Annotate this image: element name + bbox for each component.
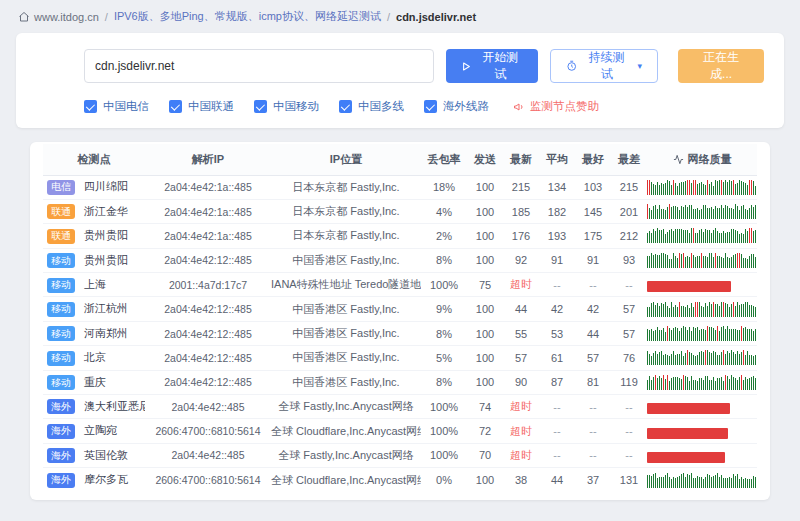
- worst-latency: --: [611, 273, 647, 297]
- worst-latency: 76: [611, 346, 647, 370]
- latest-latency: 超时: [503, 273, 539, 297]
- resolved-ip: 2a04:4e42:12::485: [145, 346, 271, 370]
- node-name: 浙江金华: [84, 205, 128, 217]
- loss-rate: 8%: [421, 321, 467, 345]
- carrier-filter-checkbox[interactable]: 中国移动: [254, 99, 319, 114]
- best-latency: --: [575, 419, 611, 443]
- loss-rate: 100%: [421, 419, 467, 443]
- carrier-filter-checkbox[interactable]: 中国多线: [339, 99, 404, 114]
- header-node[interactable]: 检测点: [43, 144, 145, 175]
- sent-count: 100: [467, 468, 503, 492]
- ip-location: 全球 Fastly,Inc.Anycast网络: [271, 395, 421, 419]
- header-resolved-ip[interactable]: 解析IP: [145, 144, 271, 175]
- table-body: 电信四川绵阳 2a04:4e42:1a::485 日本东京都 Fastly,In…: [43, 175, 757, 492]
- network-quality-sparkline: [647, 448, 757, 463]
- table-row: 电信四川绵阳 2a04:4e42:1a::485 日本东京都 Fastly,In…: [43, 175, 757, 199]
- breadcrumb-section-link[interactable]: IPV6版、多地Ping、常规版、icmp协议、网络延迟测试: [114, 9, 381, 24]
- chevron-down-icon: ▾: [638, 61, 643, 71]
- megaphone-icon: [513, 101, 525, 113]
- avg-latency: 193: [539, 224, 575, 248]
- header-worst[interactable]: 最差: [611, 144, 647, 175]
- carrier-filter-label: 中国移动: [273, 99, 319, 114]
- resolved-ip: 2a04:4e42:1a::485: [145, 199, 271, 223]
- loss-rate: 0%: [421, 468, 467, 492]
- carrier-badge: 海外: [47, 448, 75, 463]
- header-ip-location[interactable]: IP位置: [271, 144, 421, 175]
- loss-rate: 4%: [421, 199, 467, 223]
- ping-results-table: 检测点 解析IP IP位置 丢包率 发送 最新 平均 最好 最差 网络质量 电信: [43, 144, 757, 492]
- carrier-badge: 移动: [47, 326, 75, 341]
- checkbox-checked-icon: [84, 100, 97, 113]
- network-quality-sparkline: [647, 326, 757, 341]
- carrier-badge: 移动: [47, 351, 75, 366]
- sponsor-label: 监测节点赞助: [530, 99, 599, 114]
- carrier-badge: 联通: [47, 204, 75, 219]
- node-name: 浙江杭州: [84, 302, 128, 314]
- breadcrumb-home-link[interactable]: www.itdog.cn: [18, 11, 99, 23]
- avg-latency: 87: [539, 370, 575, 394]
- continuous-test-button[interactable]: 持续测试 ▾: [550, 49, 658, 83]
- header-best[interactable]: 最好: [575, 144, 611, 175]
- table-row: 海外摩尔多瓦 2606:4700::6810:5614 全球 Cloudflar…: [43, 468, 757, 492]
- loss-rate: 18%: [421, 175, 467, 199]
- breadcrumb: www.itdog.cn / IPV6版、多地Ping、常规版、icmp协议、网…: [0, 0, 800, 24]
- ip-location: 全球 Cloudflare,Inc.Anycast网络: [271, 468, 421, 492]
- carrier-badge: 移动: [47, 302, 75, 317]
- avg-latency: --: [539, 443, 575, 467]
- node-name: 英国伦敦: [84, 449, 128, 461]
- timer-icon: [566, 60, 577, 72]
- best-latency: --: [575, 443, 611, 467]
- best-latency: 44: [575, 321, 611, 345]
- sponsor-link[interactable]: 监测节点赞助: [513, 99, 599, 114]
- ip-location: 全球 Fastly,Inc.Anycast网络: [271, 443, 421, 467]
- node-name: 贵州贵阳: [84, 229, 128, 241]
- carrier-badge: 海外: [47, 399, 75, 414]
- header-loss-rate[interactable]: 丢包率: [421, 144, 467, 175]
- worst-latency: 212: [611, 224, 647, 248]
- home-icon: [18, 11, 30, 23]
- sent-count: 100: [467, 321, 503, 345]
- network-quality-sparkline: [647, 253, 757, 268]
- table-row: 移动贵州贵阳 2a04:4e42:12::485 中国香港区 Fastly,In…: [43, 248, 757, 272]
- checkbox-checked-icon: [339, 100, 352, 113]
- network-quality-sparkline: [647, 277, 757, 292]
- header-avg[interactable]: 平均: [539, 144, 575, 175]
- carrier-badge: 联通: [47, 229, 75, 244]
- header-network-quality[interactable]: 网络质量: [647, 144, 757, 175]
- carrier-filter-label: 海外线路: [443, 99, 489, 114]
- node-name: 重庆: [84, 376, 106, 388]
- generating-status-button[interactable]: 正在生成...: [678, 49, 764, 83]
- latest-latency: 57: [503, 346, 539, 370]
- target-host-input[interactable]: [84, 49, 434, 83]
- ip-location: 中国香港区 Fastly,Inc.: [271, 297, 421, 321]
- node-name: 上海: [84, 278, 106, 290]
- header-latest[interactable]: 最新: [503, 144, 539, 175]
- carrier-filter-label: 中国多线: [358, 99, 404, 114]
- network-quality-sparkline: [647, 204, 757, 219]
- table-row: 海外澳大利亚悉尼 2a04:4e42::485 全球 Fastly,Inc.An…: [43, 395, 757, 419]
- carrier-filter-checkbox[interactable]: 中国电信: [84, 99, 149, 114]
- sent-count: 100: [467, 370, 503, 394]
- carrier-badge: 海外: [47, 424, 75, 439]
- ip-location: 中国香港区 Fastly,Inc.: [271, 321, 421, 345]
- sent-count: 100: [467, 175, 503, 199]
- best-latency: 145: [575, 199, 611, 223]
- checkbox-checked-icon: [169, 100, 182, 113]
- carrier-badge: 移动: [47, 375, 75, 390]
- latest-latency: 38: [503, 468, 539, 492]
- latest-latency: 超时: [503, 443, 539, 467]
- node-name: 立陶宛: [84, 424, 117, 436]
- carrier-filter-checkbox[interactable]: 海外线路: [424, 99, 489, 114]
- table-row: 联通浙江金华 2a04:4e42:1a::485 日本东京都 Fastly,In…: [43, 199, 757, 223]
- table-row: 移动上海 2001::4a7d:17c7 IANA特殊性地址 Teredo隧道地…: [43, 273, 757, 297]
- best-latency: 175: [575, 224, 611, 248]
- resolved-ip: 2a04:4e42::485: [145, 395, 271, 419]
- start-test-button[interactable]: 开始测试: [446, 49, 539, 83]
- resolved-ip: 2a04:4e42:12::485: [145, 297, 271, 321]
- carrier-filter-checkbox[interactable]: 中国联通: [169, 99, 234, 114]
- ip-location: 日本东京都 Fastly,Inc.: [271, 199, 421, 223]
- resolved-ip: 2a04:4e42::485: [145, 443, 271, 467]
- node-name: 河南郑州: [84, 327, 128, 339]
- ip-location: 全球 Cloudflare,Inc.Anycast网络: [271, 419, 421, 443]
- header-sent[interactable]: 发送: [467, 144, 503, 175]
